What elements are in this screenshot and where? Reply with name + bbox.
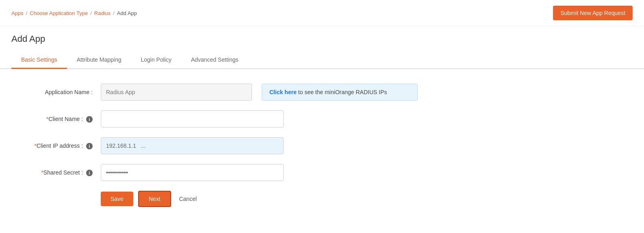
- tab-login-policy[interactable]: Login Policy: [131, 52, 181, 69]
- breadcrumb-sep-3: /: [113, 10, 115, 16]
- breadcrumb-choose-type[interactable]: Choose Application Type: [30, 10, 88, 16]
- shared-secret-row: *Shared Secret : i: [11, 164, 418, 181]
- breadcrumb-sep-2: /: [90, 10, 92, 16]
- content: Application Name : Click here to see the…: [0, 69, 644, 218]
- page-title: Add App: [11, 34, 633, 44]
- info-box: Click here to see the miniOrange RADIUS …: [262, 84, 418, 101]
- client-ip-row: *Client IP address : i: [11, 137, 418, 154]
- client-name-row: *Client Name : i: [11, 110, 418, 127]
- application-name-input[interactable]: [101, 84, 252, 101]
- submit-new-app-request-button[interactable]: Submit New App Request: [553, 6, 633, 20]
- shared-secret-label: *Shared Secret : i: [11, 169, 101, 176]
- info-box-text: to see the miniOrange RADIUS IPs: [297, 89, 387, 95]
- cancel-button[interactable]: Cancel: [176, 192, 200, 206]
- client-name-info-icon[interactable]: i: [86, 116, 93, 123]
- breadcrumb-radius[interactable]: Radius: [94, 10, 111, 16]
- top-bar: Apps / Choose Application Type / Radius …: [0, 0, 644, 26]
- next-button[interactable]: Next: [138, 191, 171, 207]
- breadcrumb: Apps / Choose Application Type / Radius …: [11, 10, 137, 16]
- save-button[interactable]: Save: [101, 192, 133, 206]
- tabs: Basic Settings Attribute Mapping Login P…: [11, 52, 633, 68]
- breadcrumb-apps[interactable]: Apps: [11, 10, 24, 16]
- application-name-label: Application Name :: [11, 89, 101, 95]
- client-name-label-text: Client Name :: [48, 116, 83, 122]
- client-ip-label: *Client IP address : i: [11, 142, 101, 149]
- client-name-input[interactable]: [101, 110, 284, 127]
- click-here-link[interactable]: Click here: [269, 89, 297, 95]
- shared-secret-info-icon[interactable]: i: [86, 170, 93, 176]
- client-ip-info-icon[interactable]: i: [86, 143, 93, 149]
- breadcrumb-sep-1: /: [26, 10, 28, 16]
- client-name-label: *Client Name : i: [11, 116, 101, 123]
- actions: Save Next Cancel: [11, 191, 418, 207]
- tab-basic-settings[interactable]: Basic Settings: [11, 52, 67, 69]
- tabs-container: Basic Settings Attribute Mapping Login P…: [0, 52, 644, 69]
- form-section: Application Name : Click here to see the…: [11, 84, 418, 207]
- tab-attribute-mapping[interactable]: Attribute Mapping: [67, 52, 131, 69]
- breadcrumb-add-app: Add App: [117, 10, 137, 16]
- client-ip-input[interactable]: [101, 137, 284, 154]
- shared-secret-label-text: Shared Secret :: [43, 169, 83, 176]
- page-header: Add App: [0, 26, 644, 44]
- tab-advanced-settings[interactable]: Advanced Settings: [181, 52, 248, 69]
- application-name-row: Application Name : Click here to see the…: [11, 84, 418, 101]
- shared-secret-input[interactable]: [101, 164, 284, 181]
- client-ip-label-text: Client IP address :: [37, 142, 83, 149]
